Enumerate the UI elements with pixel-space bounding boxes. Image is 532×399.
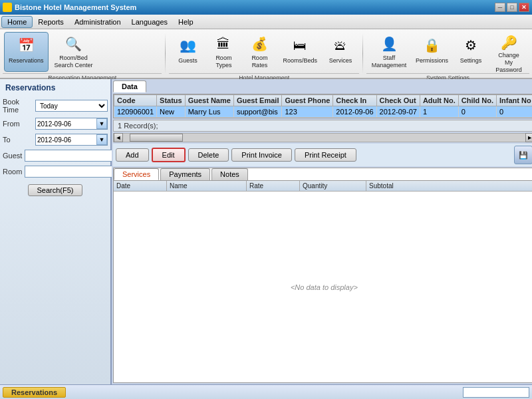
delete-button[interactable]: Delete [188,148,229,162]
toolbar-staff-button[interactable]: 👤 StaffManagement [368,32,410,72]
toolbar-guests-button[interactable]: 👥 Guests [170,32,205,72]
action-bar: Add Edit Delete Print Invoice Print Rece… [113,144,532,166]
minimize-button[interactable]: ─ [495,3,505,12]
room-filter: Room [3,166,108,178]
close-button[interactable]: ✕ [519,3,529,12]
data-grid-wrapper[interactable]: Code Status Guest Name Guest Email Guest… [114,94,532,118]
bottom-col-subtotal: Subtotal [366,181,532,191]
services-icon: 🛎 [330,35,351,56]
no-data-message: <No data to display> [114,192,532,382]
permissions-label: Permissions [416,57,448,65]
toolbar-roomrates-button[interactable]: 💰 RoomRates [242,32,277,72]
col-infant-no: Infant No [497,95,532,106]
search-button[interactable]: Search(F5) [28,184,82,196]
maximize-button[interactable]: □ [507,3,517,12]
col-check-in: Check In [333,95,376,106]
table-cell: 2012-09-06 [333,106,376,118]
roombed-label: Room/BedSearch Center [55,55,93,69]
roomtypes-icon: 🏛 [213,35,234,53]
col-child-no: Child No. [458,95,496,106]
roomrates-icon: 💰 [249,35,270,53]
bottom-col-date: Date [114,181,167,191]
data-grid: Code Status Guest Name Guest Email Guest… [114,94,532,118]
roombed-icon: 🔍 [63,35,84,53]
settings-icon: ⚙ [460,35,481,56]
bottom-col-rate: Rate [247,181,300,191]
menu-item-administration[interactable]: Administration [69,16,126,28]
bottom-section: Services Payments Notes Date Name Rate Q… [113,168,532,383]
toolbar-system-group: 👤 StaffManagement 🔒 Permissions ⚙ Settin… [366,31,529,76]
from-date-wrapper: ▼ [35,118,108,130]
scroll-left-button[interactable]: ◄ [114,133,123,142]
col-status: Status [157,95,186,106]
status-input[interactable] [463,387,529,398]
menu-item-home[interactable]: Home [1,16,33,28]
reservations-icon: 📅 [15,35,37,56]
records-count: 1 Record(s); [118,122,158,130]
to-date-input[interactable] [36,134,96,146]
separator-1 [165,33,166,74]
tab-notes[interactable]: Notes [211,168,248,180]
to-date-button[interactable]: ▼ [96,134,107,145]
table-row[interactable]: 120906001NewMarry Lussupport@bis1232012-… [114,106,533,118]
room-input[interactable] [25,166,113,178]
toolbar-hotel-group: 👥 Guests 🏛 RoomTypes 💰 RoomRates 🛏 Rooms… [169,31,359,76]
guest-label: Guest [3,152,22,160]
col-guest-name: Guest Name [185,95,233,106]
col-adult-no: Adult No. [420,95,458,106]
scroll-track[interactable] [123,134,525,142]
menu-item-help[interactable]: Help [173,16,199,28]
tab-payments[interactable]: Payments [160,168,210,180]
col-check-out: Check Out [376,95,420,106]
toolbar-services-button[interactable]: 🛎 Services [323,32,358,72]
tab-data[interactable]: Data [113,80,146,92]
horizontal-scrollbar[interactable]: ◄ ► [113,133,532,142]
title-bar: Bistone Hotel Management System ─ □ ✕ [0,0,532,15]
bottom-col-name: Name [167,181,247,191]
book-time-select[interactable]: Today This Week This Month Custom [35,100,108,112]
settings-label: Settings [460,57,482,65]
separator-2 [362,33,363,74]
col-code: Code [114,95,157,106]
table-cell: Marry Lus [185,106,233,118]
table-cell: 123 [282,106,333,118]
save-icon: 💾 [519,151,528,160]
roomtypes-label: RoomTypes [215,55,231,69]
bottom-tab-bar: Services Payments Notes [114,168,532,181]
toolbar-reservations-button[interactable]: 📅 Reservations [4,32,49,72]
staff-label: StaffManagement [372,55,407,69]
print-invoice-button[interactable]: Print Invoice [231,148,292,162]
book-time-label: Book Time [3,98,33,114]
to-filter: To ▼ [3,134,108,146]
scroll-thumb[interactable] [130,134,183,142]
reservations-label: Reservations [9,57,44,65]
toolbar-roombed-button[interactable]: 🔍 Room/BedSearch Center [50,32,98,72]
scroll-right-button[interactable]: ► [525,133,532,142]
guests-icon: 👥 [177,35,198,56]
toolbar-changepw-button[interactable]: 🔑 Change MyPassword [489,32,528,72]
toolbar-permissions-button[interactable]: 🔒 Permissions [412,32,452,72]
from-date-button[interactable]: ▼ [96,118,107,129]
records-bar: 1 Record(s); [113,120,532,132]
table-cell: New [157,106,186,118]
permissions-icon: 🔒 [422,35,443,56]
roomsbeds-icon: 🛏 [289,35,311,56]
menu-item-reports[interactable]: Reports [33,16,69,28]
print-receipt-button[interactable]: Print Receipt [295,148,356,162]
tab-services[interactable]: Services [114,168,159,180]
menu-item-languages[interactable]: Languages [126,16,173,28]
toolbar-roomsbeds-button[interactable]: 🛏 Rooms/Beds [278,32,322,72]
edit-button[interactable]: Edit [152,148,186,162]
add-button[interactable]: Add [116,148,149,162]
toolbar-settings-button[interactable]: ⚙ Settings [454,32,488,72]
toolbar-roomtypes-button[interactable]: 🏛 RoomTypes [206,32,241,72]
guest-input[interactable] [25,150,113,162]
toolbar: 📅 Reservations 🔍 Room/BedSearch Center R… [0,29,532,79]
window-controls: ─ □ ✕ [495,3,529,12]
room-label: Room [3,168,22,176]
changepw-label: Change MyPassword [494,52,523,73]
save-icon-button[interactable]: 💾 [514,146,532,164]
from-label: From [3,120,33,128]
status-badge: Reservations [3,387,66,398]
from-date-input[interactable] [36,118,96,130]
